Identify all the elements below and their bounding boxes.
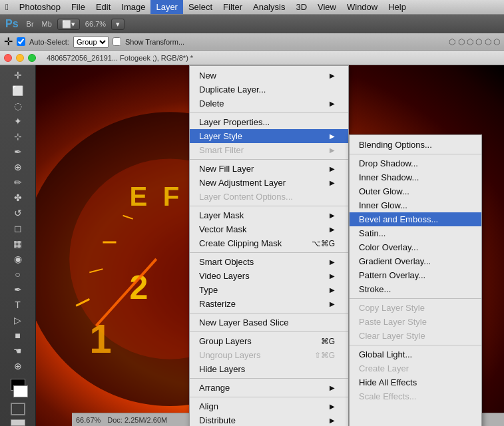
- menu-file[interactable]: File: [66, 0, 91, 14]
- menu-item-type[interactable]: Type ▶: [190, 283, 348, 297]
- lasso-tool[interactable]: ◌: [9, 99, 27, 112]
- submenu-arrow: ▶: [330, 403, 335, 410]
- submenu-item-outer-glow[interactable]: Outer Glow...: [350, 184, 481, 198]
- submenu-item-inner-glow[interactable]: Inner Glow...: [350, 198, 481, 212]
- wand-tool[interactable]: ✦: [9, 114, 27, 128]
- submenu-arrow: ▶: [330, 179, 335, 186]
- menu-item-content-options[interactable]: Layer Content Options...: [190, 190, 348, 204]
- menu-item-slice[interactable]: New Layer Based Slice: [190, 316, 348, 329]
- submenu-item-hide-effects[interactable]: Hide All Effects: [350, 375, 481, 389]
- menu-edit[interactable]: Edit: [91, 0, 116, 14]
- blur-tool[interactable]: ◉: [9, 252, 27, 266]
- brush-tool[interactable]: ✏: [9, 175, 27, 189]
- submenu-item-gradient-overlay[interactable]: Gradient Overlay...: [350, 254, 481, 268]
- submenu-item-copy-style[interactable]: Copy Layer Style: [350, 301, 481, 315]
- menu-help[interactable]: Help: [383, 0, 411, 14]
- shape-tool[interactable]: ■: [9, 329, 27, 343]
- path-tool[interactable]: ▷: [9, 314, 27, 327]
- doc-size-display: Doc: 2.25M/2.60M: [107, 416, 167, 424]
- submenu-item-inner-shadow[interactable]: Inner Shadow...: [350, 170, 481, 184]
- hand-tool[interactable]: ☚: [9, 344, 27, 358]
- menu-filter[interactable]: Filter: [218, 0, 248, 14]
- separator: [350, 345, 481, 345]
- screen-mode[interactable]: [11, 419, 25, 426]
- zoom-dropdown[interactable]: ▾: [111, 19, 125, 30]
- menu-select[interactable]: Select: [183, 0, 218, 14]
- menu-item-smart-objects[interactable]: Smart Objects ▶: [190, 255, 348, 269]
- submenu-item-scale-effects[interactable]: Scale Effects...: [350, 389, 481, 403]
- menu-item-clipping-mask[interactable]: Create Clipping Mask ⌥⌘G: [190, 236, 348, 250]
- tool-preset[interactable]: ⬜▾: [57, 19, 80, 30]
- zoom-tool[interactable]: ⊕: [9, 359, 27, 373]
- menu-window[interactable]: Window: [342, 0, 383, 14]
- history-tool[interactable]: ↺: [9, 206, 27, 220]
- submenu-item-pattern-overlay[interactable]: Pattern Overlay...: [350, 268, 481, 282]
- menu-photoshop[interactable]: Photoshop: [14, 0, 66, 14]
- menu-item-new[interactable]: New ▶: [190, 69, 348, 83]
- submenu-item-global-light[interactable]: Global Light...: [350, 347, 481, 361]
- submenu-arrow: ▶: [330, 100, 335, 107]
- eyedropper-tool[interactable]: ✒: [9, 144, 27, 158]
- menu-item-ungroup-layers[interactable]: Ungroup Layers ⇧⌘G: [190, 348, 348, 362]
- eraser-tool[interactable]: ◻: [9, 221, 27, 235]
- zoom-level[interactable]: 66.7%: [83, 19, 109, 29]
- menu-image[interactable]: Image: [116, 0, 150, 14]
- menu-item-rasterize[interactable]: Rasterize ▶: [190, 297, 348, 311]
- quick-mask[interactable]: [11, 403, 25, 415]
- submenu-arrow: ▶: [330, 146, 335, 154]
- menu-item-align[interactable]: Align ▶: [190, 399, 348, 413]
- gradient-tool[interactable]: ▦: [9, 237, 27, 251]
- submenu-item-paste-style[interactable]: Paste Layer Style: [350, 315, 481, 329]
- menu-analysis[interactable]: Analysis: [248, 0, 290, 14]
- menu-view[interactable]: View: [312, 0, 342, 14]
- menu-item-layer-mask[interactable]: Layer Mask ▶: [190, 208, 348, 222]
- submenu-item-clear-style[interactable]: Clear Layer Style: [350, 329, 481, 343]
- background-color[interactable]: [13, 385, 28, 397]
- menu-item-new-fill[interactable]: New Fill Layer ▶: [190, 162, 348, 176]
- submenu-item-satin[interactable]: Satin...: [350, 226, 481, 240]
- heal-tool[interactable]: ⊕: [9, 160, 27, 174]
- submenu-item-color-overlay[interactable]: Color Overlay...: [350, 240, 481, 254]
- pen-tool[interactable]: ✒: [9, 283, 27, 297]
- menu-item-new-adjustment[interactable]: New Adjustment Layer ▶: [190, 176, 348, 190]
- menu-item-smart-filter[interactable]: Smart Filter ▶: [190, 143, 348, 157]
- menu-item-arrange[interactable]: Arrange ▶: [190, 381, 348, 395]
- dodge-tool[interactable]: ○: [9, 268, 27, 282]
- apple-menu[interactable]: : [0, 0, 14, 14]
- maximize-button[interactable]: [28, 54, 36, 62]
- menu-item-layer-style[interactable]: Layer Style ▶: [190, 129, 348, 143]
- menu-item-group-layers[interactable]: Group Layers ⌘G: [190, 334, 348, 348]
- submenu-item-create-layer[interactable]: Create Layer: [350, 361, 481, 375]
- move-tool[interactable]: ✛: [9, 68, 27, 82]
- title-bar: 4806572056_26191... Fotogeek ;), RGB/8*)…: [0, 51, 504, 65]
- menu-item-delete[interactable]: Delete ▶: [190, 97, 348, 110]
- submenu-arrow: ▶: [330, 286, 335, 294]
- submenu-item-blending[interactable]: Blending Options...: [350, 138, 481, 152]
- menu-item-hide-layers[interactable]: Hide Layers: [190, 362, 348, 376]
- show-transform-check[interactable]: [113, 37, 121, 46]
- auto-select-check[interactable]: [17, 37, 25, 46]
- minimize-button[interactable]: [16, 54, 24, 62]
- submenu-item-bevel-emboss[interactable]: Bevel and Emboss...: [350, 212, 481, 226]
- menu-item-video-layers[interactable]: Video Layers ▶: [190, 269, 348, 283]
- mb-btn[interactable]: Mb: [39, 19, 55, 29]
- menu-3d[interactable]: 3D: [290, 0, 312, 14]
- submenu-item-drop-shadow[interactable]: Drop Shadow...: [350, 156, 481, 170]
- close-button[interactable]: [4, 54, 12, 62]
- crop-tool[interactable]: ⊹: [9, 129, 27, 143]
- menu-item-properties[interactable]: Layer Properties...: [190, 115, 348, 129]
- submenu-item-stroke[interactable]: Stroke...: [350, 282, 481, 296]
- menu-layer[interactable]: Layer: [150, 0, 183, 14]
- menu-item-duplicate[interactable]: Duplicate Layer...: [190, 83, 348, 97]
- submenu-arrow: ▶: [330, 417, 335, 424]
- auto-select-dropdown[interactable]: Group: [73, 36, 109, 48]
- clone-tool[interactable]: ✤: [9, 190, 27, 204]
- menu-item-distribute[interactable]: Distribute ▶: [190, 413, 348, 426]
- menu-item-vector-mask[interactable]: Vector Mask ▶: [190, 222, 348, 236]
- text-tool[interactable]: T: [9, 298, 27, 312]
- submenu-arrow: ▶: [330, 72, 335, 79]
- submenu-arrow: ▶: [330, 300, 335, 308]
- br-btn[interactable]: Br: [24, 19, 37, 29]
- main-area: ✛ ⬜ ◌ ✦ ⊹ ✒ ⊕ ✏ ✤ ↺ ◻ ▦ ◉ ○ ✒ T ▷ ■ ☚ ⊕: [0, 65, 504, 426]
- select-tool[interactable]: ⬜: [9, 83, 27, 97]
